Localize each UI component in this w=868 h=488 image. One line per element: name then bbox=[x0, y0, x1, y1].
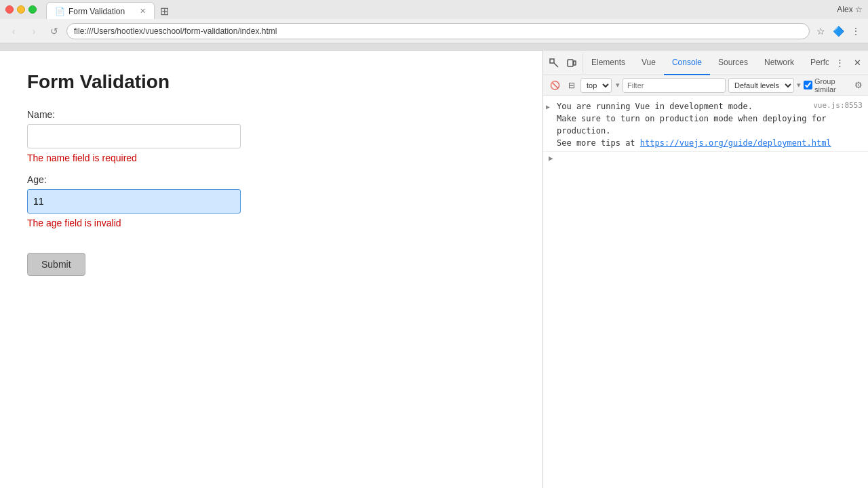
name-form-group: Name: The name field is required bbox=[27, 109, 515, 163]
page-title: Form Validation bbox=[27, 71, 515, 93]
toggle-drawer-button[interactable]: ⊟ bbox=[566, 78, 578, 93]
maximize-window-button[interactable] bbox=[28, 5, 37, 14]
page-content: Form Validation Name: The name field is … bbox=[0, 51, 542, 488]
tab-close-button[interactable]: ✕ bbox=[140, 7, 146, 16]
clear-console-button[interactable]: 🚫 bbox=[547, 78, 563, 93]
bookmark-icon[interactable]: ☆ bbox=[814, 24, 827, 38]
age-input[interactable] bbox=[27, 189, 241, 214]
user-name: Alex ☆ bbox=[837, 5, 863, 14]
context-selector[interactable]: top bbox=[580, 78, 612, 93]
devtools-tabs: Elements Vue Console Sources Network Per… bbox=[583, 51, 829, 75]
back-button[interactable]: ‹ bbox=[5, 23, 22, 39]
tab-bar: 📄 Form Validation ✕ ⊞ bbox=[41, 0, 179, 20]
devtools-panel: Elements Vue Console Sources Network Per… bbox=[542, 51, 868, 488]
tab-title: Form Validation bbox=[68, 7, 136, 16]
svg-rect-2 bbox=[568, 60, 573, 66]
minimize-window-button[interactable] bbox=[17, 5, 25, 14]
inspect-element-button[interactable] bbox=[546, 54, 562, 73]
tab-favicon: 📄 bbox=[55, 7, 64, 16]
name-label: Name: bbox=[27, 109, 515, 120]
console-prompt[interactable]: ▶ bbox=[543, 152, 868, 165]
nav-icons: ☆ 🔷 ⋮ bbox=[814, 24, 863, 38]
new-tab-button[interactable]: ⊞ bbox=[155, 2, 174, 20]
address-bar[interactable]: file:///Users/hootlex/vueschool/form-val… bbox=[66, 23, 810, 39]
tab-console[interactable]: Console bbox=[664, 51, 710, 75]
address-text: file:///Users/hootlex/vueschool/form-val… bbox=[74, 26, 802, 36]
browser-chrome: 📄 Form Validation ✕ ⊞ Alex ☆ ‹ › ↺ file:… bbox=[0, 0, 868, 51]
tab-performance[interactable]: Performance bbox=[802, 51, 829, 75]
console-settings-icon[interactable]: ⚙ bbox=[852, 78, 864, 93]
reload-button[interactable]: ↺ bbox=[46, 23, 62, 39]
submit-button[interactable]: Submit bbox=[27, 253, 85, 276]
tab-elements[interactable]: Elements bbox=[583, 51, 633, 75]
console-message: ▶ vue.js:8553 You are running Vue in dev… bbox=[543, 98, 868, 152]
tab-vue[interactable]: Vue bbox=[633, 51, 664, 75]
tab-sources[interactable]: Sources bbox=[710, 51, 756, 75]
forward-button[interactable]: › bbox=[26, 23, 42, 39]
devtools-top-icons bbox=[543, 54, 583, 73]
group-similar-checkbox[interactable]: Group similar bbox=[804, 77, 850, 94]
nav-bar: ‹ › ↺ file:///Users/hootlex/vueschool/fo… bbox=[0, 19, 868, 43]
svg-rect-3 bbox=[574, 61, 576, 65]
extension-icon[interactable]: 🔷 bbox=[831, 24, 845, 38]
deployment-link[interactable]: https://vuejs.org/guide/deployment.html bbox=[640, 138, 831, 148]
name-error-message: The name field is required bbox=[27, 152, 515, 163]
age-form-group: Age: The age field is invalid bbox=[27, 174, 515, 228]
console-source-link[interactable]: vue.js:8553 bbox=[813, 100, 863, 112]
title-bar: 📄 Form Validation ✕ ⊞ Alex ☆ bbox=[0, 0, 868, 19]
age-label: Age: bbox=[27, 174, 515, 185]
devtools-close-button[interactable]: ✕ bbox=[849, 54, 865, 73]
device-toolbar-button[interactable] bbox=[564, 54, 580, 73]
name-input[interactable] bbox=[27, 124, 241, 148]
console-filter-input[interactable] bbox=[623, 78, 726, 93]
tab-network[interactable]: Network bbox=[756, 51, 802, 75]
age-error-message: The age field is invalid bbox=[27, 218, 515, 228]
group-similar-input[interactable] bbox=[804, 81, 812, 89]
close-window-button[interactable] bbox=[5, 5, 14, 14]
main-area: Form Validation Name: The name field is … bbox=[0, 51, 868, 488]
traffic-lights bbox=[5, 5, 37, 14]
svg-rect-0 bbox=[550, 59, 554, 63]
devtools-settings-button[interactable]: ⋮ bbox=[831, 54, 848, 73]
console-content: ▶ vue.js:8553 You are running Vue in dev… bbox=[543, 96, 868, 488]
active-tab[interactable]: 📄 Form Validation ✕ bbox=[46, 2, 155, 20]
console-message-text: You are running Vue in development mode.… bbox=[557, 102, 831, 148]
devtools-toolbar: Elements Vue Console Sources Network Per… bbox=[543, 51, 868, 75]
svg-line-1 bbox=[554, 63, 558, 67]
console-toolbar: 🚫 ⊟ top ▾ Default levels ▾ Group similar… bbox=[543, 75, 868, 96]
menu-icon[interactable]: ⋮ bbox=[849, 24, 863, 38]
expand-icon[interactable]: ▶ bbox=[546, 102, 550, 112]
devtools-actions: ⋮ ✕ bbox=[829, 54, 868, 73]
log-level-selector[interactable]: Default levels bbox=[728, 78, 794, 93]
